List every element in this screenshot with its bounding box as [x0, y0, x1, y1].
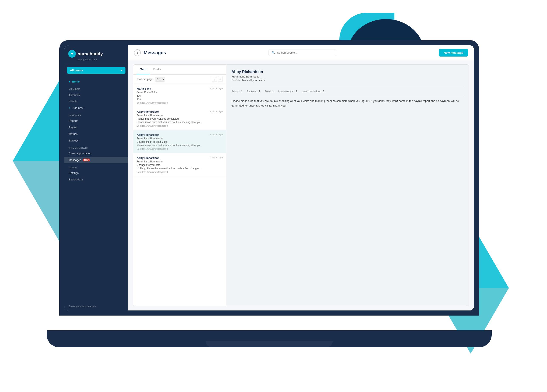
- message-meta: Sent to: 1 Unacknowledged: 0: [137, 171, 223, 173]
- rows-per-page-select[interactable]: 10 25 50: [155, 77, 165, 81]
- message-from: From: Rocio Solis: [137, 91, 223, 94]
- back-button[interactable]: ‹: [134, 49, 141, 56]
- detail-stat-received: Received: 1: [247, 90, 260, 93]
- unacknowledged-label: Unacknowledged:: [301, 90, 322, 93]
- sidebar-item-add-new[interactable]: + Add new: [64, 104, 128, 111]
- topbar: ‹ Messages 🔍 New message: [128, 45, 474, 60]
- sidebar-item-reports[interactable]: Reports: [64, 118, 128, 124]
- laptop-base-center: [205, 341, 333, 347]
- acknowledged-value: 1: [296, 90, 297, 93]
- admin-section-label: Admin: [64, 163, 128, 170]
- home-icon: ●: [69, 80, 70, 83]
- communicate-section-label: Communicate: [64, 144, 128, 150]
- search-input[interactable]: [277, 51, 333, 54]
- detail-stat-acknowledged: Acknowledged: 1: [278, 90, 297, 93]
- message-preview: Hi Abby, Please be aware that I've made …: [137, 167, 223, 170]
- message-preview: Test: [137, 98, 223, 101]
- message-preview: Please make sure that you are double che…: [137, 144, 223, 147]
- message-item-header: Maria Silva a month ago: [137, 87, 223, 90]
- message-item-selected[interactable]: Abby Richardson a month ago From: Ilaria…: [133, 130, 226, 153]
- pagination-bar: rows per page 10 25 50 ‹ ›: [133, 74, 226, 84]
- app-layout: ♥ nursebuddy Happy Home Care All teams ▾…: [64, 45, 474, 311]
- sidebar-item-settings-label: Settings: [69, 171, 79, 174]
- laptop-body: ♥ nursebuddy Happy Home Care All teams ▾…: [59, 40, 479, 316]
- message-recipient: Abby Richardson: [137, 110, 160, 113]
- read-label: Read:: [265, 90, 271, 93]
- message-time: a month ago: [210, 110, 223, 113]
- message-item[interactable]: Abby Richardson a month ago From: Ilaria…: [133, 107, 226, 130]
- message-meta: Sent to: 1 Unacknowledged: 0: [137, 125, 223, 127]
- sent-to-value: 1: [241, 90, 242, 93]
- tab-drafts[interactable]: Drafts: [150, 65, 164, 74]
- share-improvement-label: Share your improvement: [69, 305, 96, 308]
- sidebar-item-schedule[interactable]: Schedule: [64, 91, 128, 98]
- sidebar-item-export-data-label: Export data: [69, 178, 83, 181]
- message-item-header: Abby Richardson a month ago: [137, 110, 223, 113]
- prev-page-button[interactable]: ‹: [212, 77, 217, 82]
- topbar-left: ‹ Messages: [134, 49, 166, 56]
- sidebar-item-carer-appreciation-label: Carer appreciation: [69, 152, 91, 155]
- main-content: ‹ Messages 🔍 New message: [128, 45, 474, 311]
- logo-subtitle: Happy Home Care: [78, 58, 97, 61]
- logo-icon: ♥: [68, 50, 76, 58]
- logo-text: nursebuddy: [78, 52, 103, 56]
- sidebar-item-reports-label: Reports: [69, 119, 78, 122]
- team-selector[interactable]: All teams ▾: [67, 67, 125, 74]
- sidebar-item-messages[interactable]: Messages New: [64, 157, 128, 163]
- unacknowledged-value: 0: [322, 90, 324, 93]
- sidebar-item-export-data[interactable]: Export data: [64, 176, 128, 183]
- message-from: From: Ilaria Bommarito: [137, 114, 223, 117]
- search-icon: 🔍: [272, 51, 275, 54]
- next-page-button[interactable]: ›: [218, 77, 223, 82]
- sidebar: ♥ nursebuddy Happy Home Care All teams ▾…: [64, 45, 128, 311]
- tab-sent[interactable]: Sent: [137, 65, 150, 74]
- sidebar-item-settings[interactable]: Settings: [64, 170, 128, 176]
- sidebar-item-payroll[interactable]: Payroll: [64, 124, 128, 131]
- sidebar-item-schedule-label: Schedule: [69, 93, 80, 96]
- detail-from: From: Ilaria Bommarito: [232, 75, 464, 78]
- laptop-screen: ♥ nursebuddy Happy Home Care All teams ▾…: [64, 45, 474, 311]
- sidebar-item-home-label: Home: [72, 80, 80, 83]
- detail-stats: Sent to: 1 Received: 1 Read: 1: [232, 88, 464, 95]
- message-preview: Please make sure that you are double che…: [137, 121, 223, 124]
- search-bar[interactable]: 🔍: [268, 50, 336, 56]
- pagination-arrows: ‹ ›: [212, 77, 223, 82]
- sidebar-item-metrics[interactable]: Metrics: [64, 131, 128, 137]
- page-title: Messages: [144, 50, 166, 55]
- message-recipient: Maria Silva: [137, 87, 151, 90]
- detail-subject: Double check all your visits!: [232, 79, 464, 82]
- manage-section-label: Manage: [64, 85, 128, 91]
- message-recipient: Abby Richardson: [137, 156, 160, 159]
- sidebar-item-add-new-label: Add new: [73, 106, 83, 109]
- sent-to-label: Sent to:: [232, 90, 240, 93]
- detail-recipient: Abby Richardson: [232, 70, 464, 74]
- message-meta: Sent to: 1 Unacknowledged: 0: [137, 148, 223, 150]
- sidebar-item-people-label: People: [69, 100, 77, 103]
- message-item[interactable]: Maria Silva a month ago From: Rocio Soli…: [133, 84, 226, 107]
- sidebar-item-people[interactable]: People: [64, 98, 128, 104]
- rows-per-page-label: rows per page: [137, 78, 153, 81]
- messages-panel: Sent Drafts rows per page 10 25: [128, 60, 474, 311]
- detail-body: Please make sure that you are double che…: [232, 99, 464, 108]
- message-subject: Double check all your visits!: [137, 140, 223, 143]
- message-item[interactable]: Abby Richardson a month ago From: Ilaria…: [133, 153, 226, 176]
- message-from: From: Ilaria Bommarito: [137, 137, 223, 140]
- received-value: 1: [259, 90, 260, 93]
- sidebar-item-surveys[interactable]: Surveys: [64, 137, 128, 144]
- detail-stat-unacknowledged: Unacknowledged: 0: [301, 90, 324, 93]
- sidebar-item-surveys-label: Surveys: [69, 139, 79, 142]
- insights-section-label: Insights: [64, 111, 128, 118]
- message-time: a month ago: [210, 87, 223, 90]
- detail-stat-read: Read: 1: [265, 90, 274, 93]
- sidebar-share-improvement[interactable]: Share your improvement: [64, 302, 128, 311]
- sidebar-item-carer-appreciation[interactable]: Carer appreciation: [64, 150, 128, 157]
- message-recipient: Abby Richardson: [137, 133, 160, 136]
- detail-stat-sent: Sent to: 1: [232, 90, 242, 93]
- sidebar-item-messages-label: Messages: [69, 158, 81, 162]
- messages-list-container: Sent Drafts rows per page 10 25: [133, 64, 226, 306]
- sidebar-item-home[interactable]: ● Home: [64, 78, 128, 85]
- sidebar-logo: ♥ nursebuddy Happy Home Care: [64, 45, 128, 64]
- new-message-button[interactable]: New message: [439, 49, 468, 57]
- message-time: a month ago: [210, 133, 223, 136]
- plus-icon: +: [69, 106, 70, 109]
